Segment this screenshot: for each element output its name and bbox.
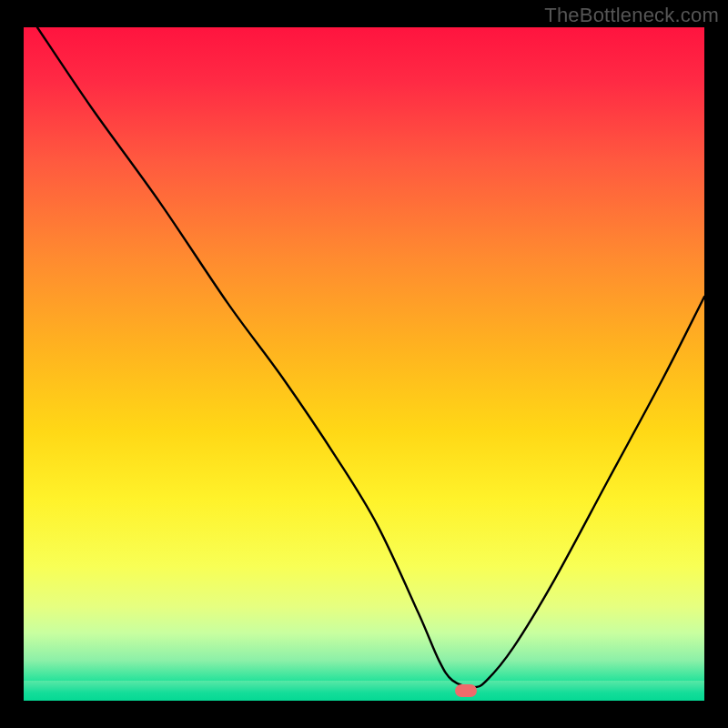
optimal-marker [455,684,477,697]
bottleneck-curve [24,27,704,701]
plot-area [24,27,704,701]
watermark-text: TheBottleneck.com [544,4,719,27]
chart-frame: TheBottleneck.com [0,0,728,728]
